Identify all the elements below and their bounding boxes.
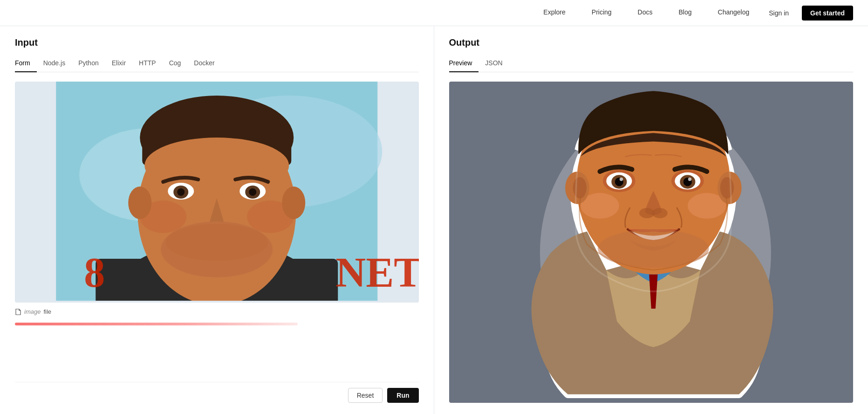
svg-point-24 bbox=[249, 188, 256, 196]
input-image-container: NETI 8 bbox=[15, 82, 419, 303]
tab-json[interactable]: JSON bbox=[478, 55, 509, 72]
file-icon bbox=[15, 309, 21, 315]
nav-blog[interactable]: Blog bbox=[672, 5, 698, 21]
svg-point-23 bbox=[177, 188, 185, 196]
output-panel: Output Preview JSON bbox=[434, 26, 868, 414]
sign-in-button[interactable]: Sign in bbox=[769, 9, 789, 17]
svg-point-56 bbox=[720, 177, 733, 199]
output-image-area bbox=[449, 82, 854, 403]
tab-docker[interactable]: Docker bbox=[187, 55, 221, 72]
input-tabs: Form Node.js Python Elixir HTTP Cog Dock… bbox=[15, 55, 419, 72]
tab-http[interactable]: HTTP bbox=[132, 55, 163, 72]
input-photo: NETI 8 bbox=[15, 82, 419, 301]
svg-point-27 bbox=[128, 186, 151, 219]
svg-point-50 bbox=[652, 208, 667, 218]
output-title: Output bbox=[449, 37, 854, 48]
input-title: Input bbox=[15, 37, 419, 48]
nav-explore[interactable]: Explore bbox=[543, 5, 572, 21]
nav-changelog[interactable]: Changelog bbox=[711, 5, 756, 21]
main-layout: Input Form Node.js Python Elixir HTTP Co… bbox=[0, 26, 868, 414]
field-name-label: image bbox=[24, 308, 41, 315]
svg-point-48 bbox=[688, 178, 691, 181]
svg-point-57 bbox=[597, 229, 709, 268]
svg-point-28 bbox=[282, 186, 305, 219]
nav-links: Explore Pricing Docs Blog Changelog Sign… bbox=[543, 5, 853, 21]
svg-point-54 bbox=[573, 177, 586, 199]
svg-point-18 bbox=[144, 138, 289, 193]
svg-point-47 bbox=[619, 178, 622, 181]
reset-button[interactable]: Reset bbox=[348, 388, 383, 403]
sticker-illustration bbox=[449, 82, 854, 403]
image-field-label: image file bbox=[15, 308, 419, 315]
svg-text:NETI: NETI bbox=[335, 249, 418, 296]
tab-preview[interactable]: Preview bbox=[449, 55, 479, 72]
svg-point-30 bbox=[165, 224, 268, 261]
tab-form[interactable]: Form bbox=[15, 55, 37, 72]
get-started-button[interactable]: Get started bbox=[802, 6, 853, 21]
navigation: Explore Pricing Docs Blog Changelog Sign… bbox=[0, 0, 868, 26]
input-panel: Input Form Node.js Python Elixir HTTP Co… bbox=[0, 26, 434, 414]
output-tabs: Preview JSON bbox=[449, 55, 854, 72]
action-bar: Reset Run bbox=[15, 382, 419, 403]
sticker-output bbox=[449, 82, 854, 403]
svg-text:8: 8 bbox=[84, 249, 105, 296]
run-button[interactable]: Run bbox=[387, 388, 418, 403]
tab-cog[interactable]: Cog bbox=[163, 55, 188, 72]
tab-nodejs[interactable]: Node.js bbox=[37, 55, 72, 72]
progress-hint bbox=[15, 323, 298, 325]
field-type-label: file bbox=[43, 308, 51, 315]
tab-elixir[interactable]: Elixir bbox=[105, 55, 132, 72]
nav-docs[interactable]: Docs bbox=[631, 5, 659, 21]
tab-python[interactable]: Python bbox=[72, 55, 105, 72]
nav-pricing[interactable]: Pricing bbox=[585, 5, 618, 21]
